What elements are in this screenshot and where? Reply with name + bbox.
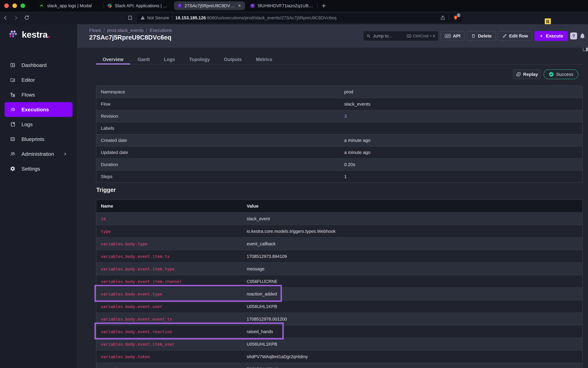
not-secure-warning-icon bbox=[140, 15, 145, 20]
flows-tree-icon bbox=[10, 92, 15, 97]
jump-to-search[interactable]: Jump to... Ctrl/Cmd + K bbox=[363, 31, 439, 41]
sidebar-item-label: Administration bbox=[21, 151, 54, 157]
forward-button[interactable] bbox=[13, 15, 19, 21]
reload-button[interactable] bbox=[24, 15, 30, 21]
tab-divider bbox=[317, 3, 317, 9]
browser-tab-kestra-2[interactable]: 5fUH6HDVF71iazoZq1UBij | Kestra bbox=[247, 0, 317, 11]
sidebar-item-blueprints[interactable]: Blueprints bbox=[5, 132, 73, 147]
help-button[interactable]: ? bbox=[570, 32, 577, 39]
revision-link[interactable]: 3 bbox=[344, 114, 347, 119]
brave-shields-button[interactable]: 1 bbox=[452, 15, 459, 21]
window-minimize-button[interactable] bbox=[12, 3, 17, 8]
edit-flow-button[interactable]: Edit flow bbox=[498, 31, 532, 41]
bell-icon[interactable] bbox=[579, 33, 586, 39]
tab-logs[interactable]: Logs bbox=[157, 55, 182, 64]
sidebar-item-label: Dashboard bbox=[21, 62, 47, 68]
delete-button[interactable]: Delete bbox=[467, 31, 496, 41]
chevron-right-icon bbox=[63, 152, 67, 156]
sidebar-item-flows[interactable]: Flows bbox=[5, 87, 73, 102]
logs-notebook-icon bbox=[10, 122, 15, 127]
tab-outputs[interactable]: Outputs bbox=[217, 55, 249, 64]
window-close-button[interactable] bbox=[4, 3, 9, 8]
jump-to-placeholder: Jump to... bbox=[373, 34, 392, 38]
table-row: variables.body.tokens6dPV7WAq8mt1aDgr2qH… bbox=[96, 350, 582, 363]
trash-icon bbox=[471, 34, 476, 38]
table-row: typeio.kestra.core.models.triggers.types… bbox=[96, 225, 582, 237]
sidebar-item-logs[interactable]: Logs bbox=[5, 117, 73, 132]
tab-gantt[interactable]: Gantt bbox=[131, 55, 157, 64]
kestra-favicon bbox=[251, 3, 254, 8]
browser-tab-execution-active[interactable]: 27SAc7j5RpreU9C8DVc6eq | Kestra ✕ bbox=[174, 1, 245, 10]
status-badge[interactable]: Success bbox=[543, 70, 578, 79]
bookmark-icon[interactable] bbox=[127, 15, 133, 21]
page-header: Flows / prod.slack_events / Executions 2… bbox=[77, 24, 588, 48]
dashboard-icon bbox=[10, 62, 15, 68]
trigger-table: Name Value idslack_event typeio.kestra.c… bbox=[96, 199, 583, 368]
blueprints-card-icon bbox=[10, 136, 15, 142]
url-path: :8080/ui/executions/prod/slack_events/27… bbox=[206, 15, 440, 20]
breadcrumb-namespace[interactable]: prod.slack_events bbox=[107, 28, 144, 33]
tab-title: 27SAc7j5RpreU9C8DVc6eq | Kestra bbox=[185, 3, 235, 8]
tab-overview[interactable]: Overview bbox=[96, 55, 130, 64]
url-divider bbox=[172, 15, 172, 20]
breadcrumb: Flows / prod.slack_events / Executions bbox=[89, 28, 172, 33]
table-row: Steps 1 bbox=[96, 170, 582, 183]
share-icon[interactable] bbox=[440, 15, 446, 20]
browser-tab-modal[interactable]: slack_app logs | Modal bbox=[35, 0, 103, 11]
execution-tabs: Overview Gantt Logs Topology Outputs Met… bbox=[96, 55, 583, 64]
url-divider bbox=[448, 15, 449, 20]
sidebar-item-label: Flows bbox=[21, 92, 35, 98]
lightning-icon bbox=[539, 34, 544, 38]
window-zoom-button[interactable] bbox=[20, 3, 25, 8]
api-button[interactable]: API API bbox=[441, 31, 465, 41]
browser-tab-slack-api[interactable]: Slack API: Applications | Demos Sl bbox=[104, 0, 172, 11]
check-circle-icon bbox=[549, 72, 554, 77]
tab-title: slack_app logs | Modal bbox=[47, 3, 92, 8]
table-row: Updated date a minute ago bbox=[96, 146, 582, 158]
sidebar-item-administration[interactable]: Administration bbox=[5, 147, 73, 161]
address-bar[interactable]: Not Secure 18.153.185.126 :8080/ui/execu… bbox=[137, 13, 462, 22]
breadcrumb-executions[interactable]: Executions bbox=[150, 28, 172, 33]
annotation-box-reaction bbox=[94, 322, 284, 340]
executions-icon bbox=[10, 107, 15, 112]
sidebar-item-label: Blueprints bbox=[21, 136, 44, 142]
brave-badge: 1 bbox=[457, 13, 461, 17]
app-sidebar: kestra. Dashboard Editor bbox=[0, 24, 77, 368]
sidebar-item-label: Executions bbox=[21, 107, 49, 112]
editor-folder-icon bbox=[10, 77, 15, 83]
table-row: idslack_event bbox=[96, 212, 582, 225]
browser-tab-bar: slack_app logs | Modal Slack API: Applic… bbox=[0, 0, 588, 11]
execute-button[interactable]: Execute bbox=[534, 31, 568, 41]
page-title: 27SAc7j5RpreU9C8DVc6eq bbox=[89, 34, 171, 41]
kestra-logo-mark bbox=[8, 30, 18, 39]
tab-title: Slack API: Applications | Demos Sl bbox=[115, 3, 168, 8]
security-label: Not Secure bbox=[147, 15, 169, 20]
keyboard-icon bbox=[407, 34, 411, 38]
tab-topology[interactable]: Topology bbox=[182, 55, 216, 64]
trigger-heading: Trigger bbox=[96, 187, 116, 193]
sidebar-item-settings[interactable]: Settings bbox=[5, 161, 73, 176]
search-icon bbox=[366, 34, 371, 38]
sidebar-item-dashboard[interactable]: Dashboard bbox=[5, 58, 73, 73]
settings-gear-icon bbox=[10, 166, 15, 171]
sidebar-item-executions[interactable]: Executions bbox=[5, 102, 73, 117]
tab-close-icon[interactable]: ✕ bbox=[238, 3, 241, 8]
new-tab-button[interactable]: + bbox=[322, 2, 326, 10]
table-row: Revision 3 bbox=[96, 110, 582, 122]
url-host: 18.153.185.126 bbox=[175, 15, 206, 20]
back-button[interactable] bbox=[2, 15, 9, 21]
replay-button[interactable]: Replay bbox=[513, 70, 541, 79]
sidebar-menu: Dashboard Editor Flows bbox=[0, 58, 77, 176]
kestra-logo[interactable]: kestra. bbox=[8, 30, 50, 39]
r-extension-icon[interactable]: R bbox=[544, 18, 588, 25]
tab-metrics[interactable]: Metrics bbox=[249, 55, 279, 64]
administration-users-icon bbox=[10, 151, 15, 157]
table-row: variables.body.event.userU056UHL1KPB bbox=[96, 300, 582, 313]
table-row: variables.body.team_idT056FQNQDH9 bbox=[96, 363, 582, 368]
sidebar-item-editor[interactable]: Editor bbox=[5, 73, 73, 87]
modal-icon bbox=[39, 3, 44, 8]
window-controls bbox=[4, 3, 25, 8]
sidebar-item-label: Logs bbox=[21, 121, 33, 127]
table-row: Duration 0.20s bbox=[96, 158, 582, 170]
breadcrumb-flows[interactable]: Flows bbox=[89, 28, 101, 33]
